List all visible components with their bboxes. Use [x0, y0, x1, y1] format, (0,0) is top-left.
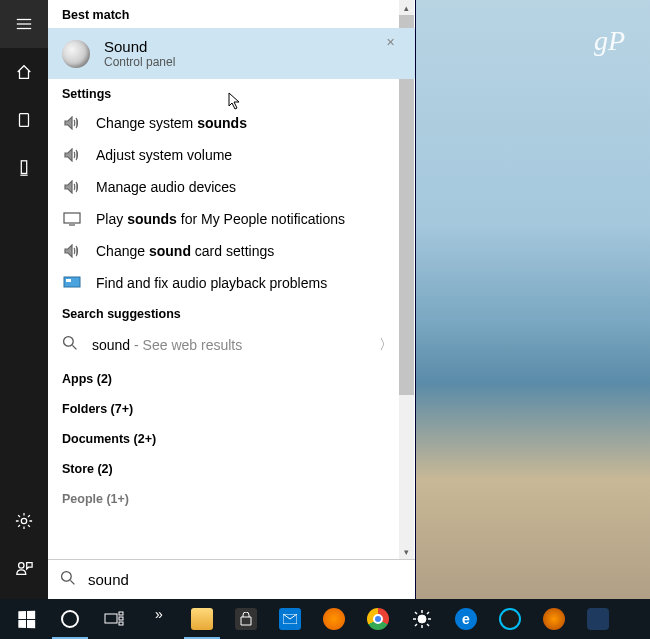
settings-item-icon: [62, 211, 82, 227]
web-suggestion[interactable]: sound - See web results 〉: [48, 327, 415, 362]
svg-line-26: [415, 612, 417, 614]
category-header[interactable]: Documents (2+): [48, 422, 415, 452]
feedback-icon[interactable]: [0, 545, 48, 593]
settings-icon[interactable]: [0, 497, 48, 545]
cortana-button[interactable]: [48, 599, 92, 639]
rail-home-icon[interactable]: [0, 48, 48, 96]
settings-item-icon: [62, 115, 82, 131]
settings-item-label: Play sounds for My People notifications: [96, 211, 345, 227]
svg-rect-16: [105, 614, 117, 623]
search-results-panel: ▴ ▾ Best match Sound Control panel ✕ Set…: [48, 0, 416, 599]
category-header[interactable]: Store (2): [48, 452, 415, 482]
rail-apps-icon[interactable]: [0, 96, 48, 144]
settings-item[interactable]: Manage audio devices: [48, 171, 415, 203]
store-button[interactable]: [224, 599, 268, 639]
svg-point-14: [62, 571, 72, 581]
category-header[interactable]: People (1+): [48, 482, 415, 506]
taskbar-expand[interactable]: »: [136, 599, 180, 639]
svg-line-15: [70, 580, 74, 584]
settings-item-label: Adjust system volume: [96, 147, 232, 163]
search-box[interactable]: [48, 559, 415, 599]
rail-expand-button[interactable]: [0, 0, 48, 48]
best-match-subtitle: Control panel: [104, 55, 175, 69]
chevron-right-icon: 〉: [379, 336, 393, 354]
svg-rect-4: [21, 161, 26, 174]
settings-item-label: Change system sounds: [96, 115, 247, 131]
settings-item[interactable]: Play sounds for My People notifications: [48, 203, 415, 235]
suggestions-header: Search suggestions: [48, 299, 415, 327]
svg-line-28: [415, 624, 417, 626]
best-match-header: Best match: [48, 0, 415, 28]
results-list: ▴ ▾ Best match Sound Control panel ✕ Set…: [48, 0, 415, 559]
rail-device-icon[interactable]: [0, 144, 48, 192]
settings-item[interactable]: Adjust system volume: [48, 139, 415, 171]
settings-item-icon: [62, 243, 82, 259]
settings-header: Settings: [48, 79, 415, 107]
settings-item-label: Find and fix audio playback problems: [96, 275, 327, 291]
svg-rect-11: [66, 279, 71, 282]
taskbar: » e: [0, 599, 650, 639]
svg-rect-18: [119, 617, 123, 620]
task-view-button[interactable]: [92, 599, 136, 639]
settings-item-icon: [62, 147, 82, 163]
search-input[interactable]: [84, 567, 403, 592]
brightness-button[interactable]: [400, 599, 444, 639]
best-match-result[interactable]: Sound Control panel ✕: [48, 28, 415, 79]
mail-button[interactable]: [268, 599, 312, 639]
settings-item-label: Change sound card settings: [96, 243, 274, 259]
suggestion-hint: - See web results: [130, 337, 242, 353]
app-button-2[interactable]: [532, 599, 576, 639]
svg-rect-17: [119, 612, 123, 615]
settings-item-icon: [62, 275, 82, 291]
edge-button[interactable]: e: [444, 599, 488, 639]
search-icon: [60, 570, 76, 590]
chrome-button[interactable]: [356, 599, 400, 639]
close-icon[interactable]: ✕: [386, 36, 395, 49]
svg-rect-3: [20, 114, 29, 127]
settings-item-label: Manage audio devices: [96, 179, 236, 195]
start-button[interactable]: [4, 599, 48, 639]
app-button-1[interactable]: [488, 599, 532, 639]
watermark: gP: [594, 25, 625, 57]
best-match-title: Sound: [104, 38, 175, 55]
svg-line-27: [427, 624, 429, 626]
svg-rect-8: [64, 213, 80, 223]
file-explorer-button[interactable]: [180, 599, 224, 639]
svg-point-7: [19, 563, 24, 568]
svg-point-6: [21, 518, 26, 523]
svg-line-29: [427, 612, 429, 614]
scroll-up-button[interactable]: ▴: [399, 0, 414, 15]
search-icon: [62, 335, 78, 354]
scroll-down-button[interactable]: ▾: [399, 544, 414, 559]
settings-item[interactable]: Find and fix audio playback problems: [48, 267, 415, 299]
settings-item-icon: [62, 179, 82, 195]
app-button-3[interactable]: [576, 599, 620, 639]
svg-rect-19: [119, 622, 123, 625]
svg-line-13: [72, 345, 76, 349]
firefox-button[interactable]: [312, 599, 356, 639]
category-header[interactable]: Apps (2): [48, 362, 415, 392]
start-left-rail: [0, 0, 48, 599]
sound-control-panel-icon: [62, 40, 90, 68]
settings-item[interactable]: Change system sounds: [48, 107, 415, 139]
svg-point-12: [64, 337, 74, 347]
category-header[interactable]: Folders (7+): [48, 392, 415, 422]
suggestion-term: sound: [92, 337, 130, 353]
settings-item[interactable]: Change sound card settings: [48, 235, 415, 267]
svg-point-21: [418, 615, 426, 623]
